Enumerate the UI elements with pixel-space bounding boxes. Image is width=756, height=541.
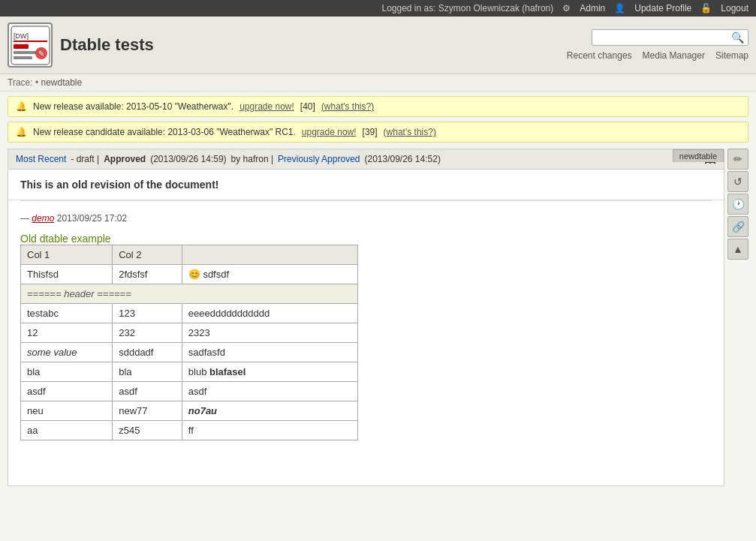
notice-text-2: New release candidate available: 2013-03… [33,127,296,137]
notice-icon-2: 🔔 [16,127,27,137]
table-cell-col2: asdf [113,382,182,401]
doc-heading[interactable]: Old dtable example [20,233,111,245]
table-row: neunew77no7au [21,401,358,421]
main-wrapper: newdtable Most Recent - draft | Approved… [8,149,748,486]
table-cell-col1: Thisfsd [21,265,113,284]
site-logo: [DW] ✎ [8,23,53,68]
site-title: Dtable tests [60,35,154,55]
svg-rect-3 [14,44,29,49]
nav-links: Recent changes Media Manager Sitemap [567,50,748,61]
notice-badge-2: [39] [363,127,378,137]
table-cell-col1: some value [21,343,113,362]
edit-tool-button[interactable]: ✏ [727,149,748,170]
page-tab: newdtable [673,149,724,162]
doc-content: — demo 2013/09/25 17:02 Old dtable examp… [8,201,724,452]
table-row: Thisfsd2fdsfsf😊 sdfsdf [21,265,358,284]
table-cell-col2: 232 [113,323,182,343]
table-cell-col3: sadfasfd [182,343,357,362]
table-cell-col1: asdf [21,382,113,401]
revision-wrapper: newdtable Most Recent - draft | Approved… [8,149,724,170]
table-cell-col2: new77 [113,401,182,421]
breadcrumb-sep: • [35,77,38,88]
svg-rect-4 [14,51,36,54]
table-cell-col1: aa [21,421,113,440]
approved-by: by hafron | [231,154,273,164]
table-body: Thisfsd2fdsfsf😊 sdfsdf====== header ====… [21,265,358,440]
svg-text:✎: ✎ [38,50,44,58]
history-tool-button[interactable]: 🕐 [727,194,748,215]
table-row: blablablub blafasel [21,362,358,382]
table-cell-col1: 12 [21,323,113,343]
table-row: testabc123eeeeddddddddddd [21,304,358,323]
table-cell-col2: bla [113,362,182,382]
sitemap-link[interactable]: Sitemap [715,50,748,61]
search-input[interactable] [592,30,727,45]
svg-rect-5 [14,56,32,59]
table-col2-header: Col 2 [113,245,182,265]
upgrade-link-2[interactable]: upgrade now! [302,127,357,137]
table-header-row: Col 1 Col 2 [21,245,358,265]
topbar: Logged in as: Szymon Olewniczak (hafron)… [0,0,756,17]
search-box: 🔍 [592,29,748,46]
data-table: Col 1 Col 2 Thisfsd2fdsfsf😊 sdfsdf======… [20,245,358,440]
table-cell-col3: 😊 sdfsdf [182,265,357,284]
notice-badge-1: [40] [300,101,315,112]
table-cell-col2: z545 [113,421,182,440]
table-col3-header [182,245,357,265]
trace-label: Trace: [8,77,33,88]
doc-dash: — [20,213,29,224]
admin-link[interactable]: Admin [580,3,605,14]
table-row: asdfasdfasdf [21,382,358,401]
doc-author-link[interactable]: demo [32,213,54,224]
notice-1: 🔔 New release available: 2013-05-10 "Wea… [8,96,748,117]
backlinks-tool-button[interactable]: 🔗 [727,216,748,237]
table-row: ====== header ====== [21,284,358,304]
content-area: newdtable Most Recent - draft | Approved… [8,149,724,486]
recent-changes-link[interactable]: Recent changes [567,50,632,61]
table-col1-header: Col 1 [21,245,113,265]
notice-text-1: New release available: 2013-05-10 "Weath… [33,101,233,112]
table-header-cell: ====== header ====== [21,284,358,304]
previously-approved-link[interactable]: Previously Approved [278,154,360,164]
topbar-sep: ⚙ [562,3,571,14]
breadcrumb-current[interactable]: newdtable [41,77,82,88]
most-recent-link[interactable]: Most Recent [16,154,66,164]
table-cell-col2: 2fdsfsf [113,265,182,284]
approved-label: Approved [104,154,146,164]
table-cell-col1: testabc [21,304,113,323]
whats-this-2[interactable]: (what's this?) [384,127,436,137]
draft-label: - draft | [71,154,99,164]
sidebar-tools: ✏ ↺ 🕐 🔗 ▲ [724,149,748,486]
notice-icon-1: 🔔 [16,101,27,112]
top-tool-button[interactable]: ▲ [727,239,748,260]
media-manager-link[interactable]: Media Manager [643,50,705,61]
revision-bar-left: Most Recent - draft | Approved (2013/09/… [16,154,441,164]
logged-in-text: Logged in as: Szymon Olewniczak (hafron) [381,3,553,14]
header-right: 🔍 Recent changes Media Manager Sitemap [567,29,748,61]
logo-area: [DW] ✎ Dtable tests [8,23,154,68]
search-button[interactable]: 🔍 [727,30,748,45]
logout-link[interactable]: Logout [721,3,748,14]
update-profile-link[interactable]: Update Profile [634,3,691,14]
table-cell-col2: 123 [113,304,182,323]
table-cell-col3: blub blafasel [182,362,357,382]
header: [DW] ✎ Dtable tests 🔍 Recent changes Med… [0,17,756,74]
table-row: some valuesdddadfsadfasfd [21,343,358,362]
redo-tool-button[interactable]: ↺ [727,171,748,192]
prev-approved-date: (2013/09/26 14:52) [364,154,440,164]
upgrade-link-1[interactable]: upgrade now! [239,101,294,112]
table-row: aaz545ff [21,421,358,440]
table-cell-col3: no7au [182,401,357,421]
old-revision-notice: This is an old revision of the document! [8,170,724,200]
doc-meta: — demo 2013/09/25 17:02 [20,213,712,224]
table-cell-col3: asdf [182,382,357,401]
table-cell-col2: sdddadf [113,343,182,362]
table-cell-col3: ff [182,421,357,440]
notice-2: 🔔 New release candidate available: 2013-… [8,122,748,143]
table-cell-col3: 2323 [182,323,357,343]
breadcrumb: Trace: • newdtable [0,74,756,92]
revision-bar: Most Recent - draft | Approved (2013/09/… [8,149,724,170]
table-cell-col1: bla [21,362,113,382]
svg-text:[DW]: [DW] [14,32,29,40]
whats-this-1[interactable]: (what's this?) [321,101,374,112]
